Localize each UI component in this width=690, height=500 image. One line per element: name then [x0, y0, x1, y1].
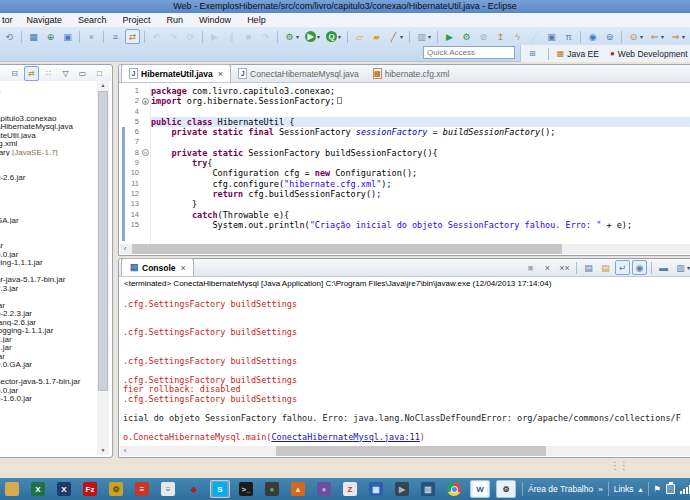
tab-hibernateutil-java[interactable]: JHibernateUtil.java×: [121, 64, 231, 82]
links-toolbar-label[interactable]: Links: [614, 484, 634, 494]
filters-icon[interactable]: ∷: [41, 66, 56, 81]
code-line[interactable]: 2+import org.hibernate.SessionFactory;: [120, 96, 690, 106]
open-file-icon[interactable]: ▱: [352, 29, 367, 44]
tree-item[interactable]: nector-java-5.1.7-bin.jar: [0, 377, 92, 386]
tree-item[interactable]: aHibernateMysql.java: [0, 122, 92, 131]
scrollbar-thumb[interactable]: [98, 91, 108, 391]
tool-app-icon[interactable]: ⚙: [106, 480, 126, 498]
word-wrap-icon[interactable]: ↵: [615, 260, 630, 275]
links-arrow-icon[interactable]: ▴: [639, 485, 643, 494]
package-explorer-tree[interactable]: eapitulo3.conexaoaHibernateMysql.javaate…: [0, 88, 92, 455]
tree-item[interactable]: ging-1.1.1.jar: [0, 258, 92, 267]
tree-item[interactable]: r: [0, 267, 92, 276]
chrome-icon[interactable]: [444, 480, 464, 498]
scrollbar-thumb[interactable]: [276, 446, 546, 456]
code-line[interactable]: 12 return cfg.buildSessionFactory();: [120, 189, 690, 199]
tree-item[interactable]: p-2.2.3.jar: [0, 309, 92, 318]
tree-item[interactable]: 6.0.jar: [0, 250, 92, 259]
tree-item[interactable]: ateUtil.java: [0, 131, 92, 140]
scroll-lock-icon[interactable]: ▤: [598, 260, 613, 275]
code-line[interactable]: 5public class HibernateUtil {: [120, 117, 690, 127]
tree-item[interactable]: lang-2.6.jar: [0, 318, 92, 327]
code-line[interactable]: 15 System.out.println("Criação inicial d…: [120, 220, 690, 230]
diamond-app-icon[interactable]: ◆: [184, 480, 204, 498]
tab-console[interactable]: ▤ Console ×: [121, 258, 194, 276]
code-line[interactable]: 11 cfg.configure("hibernate.cfg.xml");: [120, 179, 690, 189]
web-browser-icon[interactable]: ◉: [585, 29, 600, 44]
new-wizard-icon[interactable]: ▦: [26, 29, 41, 44]
app-x-icon[interactable]: X: [54, 480, 74, 498]
purple-app-icon[interactable]: ●: [314, 480, 334, 498]
stop-server-icon[interactable]: ⊘: [476, 29, 491, 44]
console-hscrollbar[interactable]: ‹: [120, 446, 690, 456]
code-line[interactable]: 6 private static final SessionFactory se…: [120, 127, 690, 137]
perspective-webdev-button[interactable]: ●Web Development: [605, 47, 690, 61]
close-tab-icon[interactable]: ×: [218, 69, 223, 79]
tree-item[interactable]: 1.jar: [0, 343, 92, 352]
tab-conectahibernatemysql-java[interactable]: JConectaHibernateMysql.java: [231, 65, 366, 82]
media-player-icon[interactable]: ≡: [132, 480, 152, 498]
tree-item[interactable]: ar: [0, 241, 92, 250]
editor-hscrollbar[interactable]: ‹: [120, 244, 690, 254]
reset-perspective-icon[interactable]: ⟲: [2, 29, 17, 44]
new-class-icon[interactable]: ⊕: [43, 29, 58, 44]
team-sync-icon[interactable]: ⊚: [602, 29, 617, 44]
window-title-bar[interactable]: Web - ExemplosHibernate/src/com/livro/ca…: [0, 0, 690, 13]
remove-launch-icon[interactable]: ×: [540, 260, 555, 275]
fold-expanded-icon[interactable]: −: [142, 149, 149, 156]
code-line[interactable]: 10 Configuration cfg = new Configuration…: [120, 168, 690, 178]
network-signal-icon[interactable]: [680, 484, 690, 494]
maximize-icon[interactable]: □: [92, 66, 107, 81]
run-icon[interactable]: ▶▾: [303, 29, 322, 44]
collapse-all-icon[interactable]: ⊟: [7, 66, 22, 81]
notepad-app-icon[interactable]: ≡: [158, 480, 178, 498]
eclipse-icon[interactable]: ⚙: [496, 480, 516, 498]
debug-server-icon[interactable]: ⚙: [459, 29, 474, 44]
dropdown-arrow-icon[interactable]: ▾: [296, 33, 299, 40]
dark-app-icon[interactable]: ●: [262, 480, 282, 498]
remote-app-icon[interactable]: ▥: [418, 480, 438, 498]
quick-access-input[interactable]: [423, 46, 515, 59]
excel-icon[interactable]: X: [28, 480, 48, 498]
external-tools-icon[interactable]: Q▾: [324, 29, 343, 44]
code-line[interactable]: 13 }: [120, 199, 690, 209]
tree-item[interactable]: jar: [0, 301, 92, 310]
pi-view-icon[interactable]: π: [561, 29, 576, 44]
clear-console-icon[interactable]: ▤: [581, 260, 596, 275]
scrollbar-thumb[interactable]: [132, 244, 562, 254]
fold-collapsed-icon[interactable]: +: [142, 98, 149, 105]
code-editor-area[interactable]: 1package com.livro.capitulo3.conexao;2+i…: [120, 84, 690, 246]
code-line[interactable]: 9 try{: [120, 158, 690, 168]
terminate-icon[interactable]: ■: [523, 260, 538, 275]
publish-icon[interactable]: ↥: [493, 29, 508, 44]
scroll-left-icon[interactable]: ‹: [120, 244, 130, 254]
tree-item[interactable]: 2.3.jar: [0, 284, 92, 293]
validate-icon[interactable]: ×: [84, 29, 99, 44]
debug-icon[interactable]: ⚙▾: [282, 29, 301, 44]
open-perspective-icon[interactable]: ⊞: [524, 47, 544, 61]
battery-icon[interactable]: [666, 484, 675, 494]
code-line[interactable]: 4: [120, 107, 690, 117]
desktop-toolbar-label[interactable]: Área de Trabalho: [528, 484, 593, 494]
dropdown-arrow-icon[interactable]: ▾: [640, 33, 643, 40]
filezilla-icon[interactable]: Fz: [80, 480, 100, 498]
tree-item[interactable]: 9.0.GA.jar: [0, 360, 92, 369]
build-all-icon[interactable]: ≡: [108, 29, 123, 44]
show-on-output-icon[interactable]: ◉: [632, 260, 647, 275]
minimize-icon[interactable]: ▭: [75, 66, 90, 81]
tree-item[interactable]: e: [0, 88, 92, 97]
language-flag-icon[interactable]: ⚑: [654, 484, 662, 494]
code-line[interactable]: 1package com.livro.capitulo3.conexao;: [120, 86, 690, 96]
media-app-icon[interactable]: ▶: [392, 480, 412, 498]
tree-item[interactable]: 1.jar: [0, 335, 92, 344]
remove-all-launches-icon[interactable]: ××: [557, 260, 572, 275]
tree-item[interactable]: 6.0.jar: [0, 386, 92, 395]
tree-item[interactable]: or-java-5.1.7-bin.jar: [0, 275, 92, 284]
notes-app-icon[interactable]: Z: [340, 480, 360, 498]
explorer-icon[interactable]: [2, 480, 22, 498]
pin-console-icon[interactable]: ▬: [656, 260, 671, 275]
forward-icon[interactable]: ⇒▾: [668, 29, 687, 44]
close-tab-icon[interactable]: ×: [181, 263, 186, 273]
new-package-icon[interactable]: ▣: [60, 29, 75, 44]
dropdown-arrow-icon[interactable]: ▾: [428, 33, 431, 40]
